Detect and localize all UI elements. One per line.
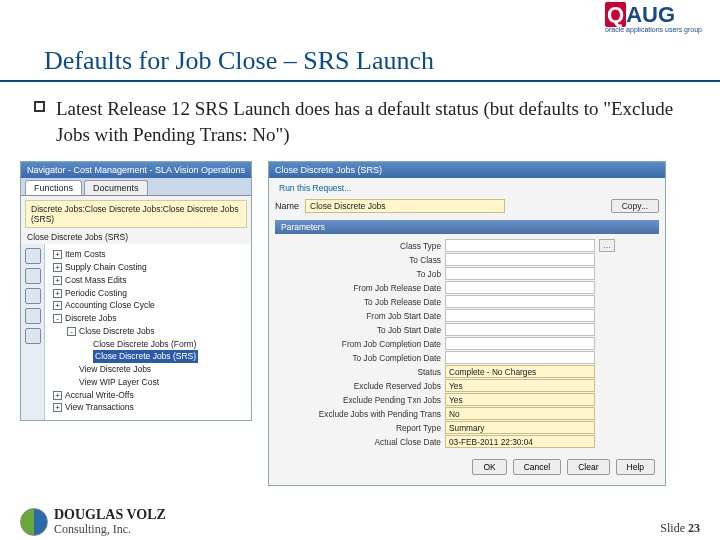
param-label: Exclude Jobs with Pending Trans [277,409,441,419]
param-input[interactable] [445,295,595,308]
navigator-icon-bar [21,244,45,420]
param-input[interactable]: Summary [445,421,595,434]
run-request-link[interactable]: Run this Request... [275,181,659,196]
param-input[interactable] [445,351,595,364]
param-row: Exclude Jobs with Pending TransNo [277,407,657,420]
name-label: Name [275,201,299,211]
tree-node[interactable]: +Accrual Write-Offs [47,389,249,402]
param-input[interactable] [445,323,595,336]
param-row: From Job Start Date [277,309,657,322]
tree-node[interactable]: Close Discrete Jobs (Form) [47,338,249,351]
tree-node[interactable]: +View Transactions [47,401,249,414]
ok-button[interactable]: OK [472,459,506,475]
param-label: From Job Release Date [277,283,441,293]
navigator-tree: +Item Costs+Supply Chain Costing+Cost Ma… [45,244,251,420]
param-input[interactable] [445,239,595,252]
tree-node[interactable]: View Discrete Jobs [47,363,249,376]
param-label: Exclude Reserved Jobs [277,381,441,391]
navigator-title: Navigator - Cost Management - SLA Vision… [21,162,251,178]
form-title: Close Discrete Jobs (SRS) [269,162,665,178]
tree-node[interactable]: Close Discrete Jobs (SRS) [47,350,249,363]
slide-title: Defaults for Job Close – SRS Launch [0,36,720,82]
param-input[interactable]: Yes [445,393,595,406]
param-input[interactable]: No [445,407,595,420]
param-label: Actual Close Date [277,437,441,447]
tree-node[interactable]: +Accounting Close Cycle [47,299,249,312]
param-row: Report TypeSummary [277,421,657,434]
param-input[interactable]: 03-FEB-2011 22:30:04 [445,435,595,448]
param-label: Status [277,367,441,377]
oaug-subtitle: oracle applications users group [605,26,702,33]
tab-documents[interactable]: Documents [84,180,148,195]
param-input[interactable]: Yes [445,379,595,392]
param-label: To Class [277,255,441,265]
slide-number: Slide 23 [660,521,700,536]
param-label: To Job Release Date [277,297,441,307]
param-input[interactable]: Complete - No Charges [445,365,595,378]
param-row: To Job Start Date [277,323,657,336]
param-label: From Job Completion Date [277,339,441,349]
param-input[interactable] [445,253,595,266]
tree-node[interactable]: +Item Costs [47,248,249,261]
tree-node[interactable]: +Supply Chain Costing [47,261,249,274]
param-row: StatusComplete - No Charges [277,365,657,378]
help-button[interactable]: Help [616,459,655,475]
clear-button[interactable]: Clear [567,459,609,475]
tree-node[interactable]: +Periodic Costing [47,287,249,300]
tree-node[interactable]: View WIP Layer Cost [47,376,249,389]
company-logo: DOUGLAS VOLZ Consulting, Inc. [20,508,166,536]
param-label: Exclude Pending Txn Jobs [277,395,441,405]
copy-button[interactable]: Copy... [611,199,659,213]
tree-node[interactable]: -Close Discrete Jobs [47,325,249,338]
param-label: Report Type [277,423,441,433]
navigator-window: Navigator - Cost Management - SLA Vision… [20,161,252,421]
tree-node[interactable]: +Cost Mass Edits [47,274,249,287]
param-label: Class Type [277,241,441,251]
cancel-button[interactable]: Cancel [513,459,561,475]
bullet-text: Latest Release 12 SRS Launch does has a … [0,92,720,157]
param-input[interactable] [445,267,595,280]
param-input[interactable] [445,309,595,322]
name-field[interactable]: Close Discrete Jobs [305,199,505,213]
param-row: To Job Completion Date [277,351,657,364]
navigator-tabs: Functions Documents [21,178,251,196]
oaug-logo: QOAUGAUG oracle applications users group [605,2,702,33]
param-row: To Job [277,267,657,280]
navigator-breadcrumb: Discrete Jobs:Close Discrete Jobs:Close … [25,200,247,228]
param-row: Actual Close Date03-FEB-2011 22:30:04 [277,435,657,448]
lov-button[interactable]: … [599,239,615,252]
param-row: From Job Release Date [277,281,657,294]
param-label: To Job Completion Date [277,353,441,363]
tab-functions[interactable]: Functions [25,180,82,195]
tree-node[interactable]: -Discrete Jobs [47,312,249,325]
param-row: Class Type… [277,239,657,252]
param-label: To Job Start Date [277,325,441,335]
bullet-icon [34,101,45,112]
param-label: To Job [277,269,441,279]
parameters-header: Parameters [275,220,659,234]
navigator-root: Close Discrete Jobs (SRS) [21,232,251,244]
srs-form-window: Close Discrete Jobs (SRS) Run this Reque… [268,161,666,486]
param-input[interactable] [445,337,595,350]
param-row: From Job Completion Date [277,337,657,350]
param-input[interactable] [445,281,595,294]
param-row: Exclude Pending Txn JobsYes [277,393,657,406]
param-row: To Class [277,253,657,266]
parameters-fields: Class Type…To ClassTo JobFrom Job Releas… [275,234,659,453]
param-label: From Job Start Date [277,311,441,321]
param-row: To Job Release Date [277,295,657,308]
param-row: Exclude Reserved JobsYes [277,379,657,392]
